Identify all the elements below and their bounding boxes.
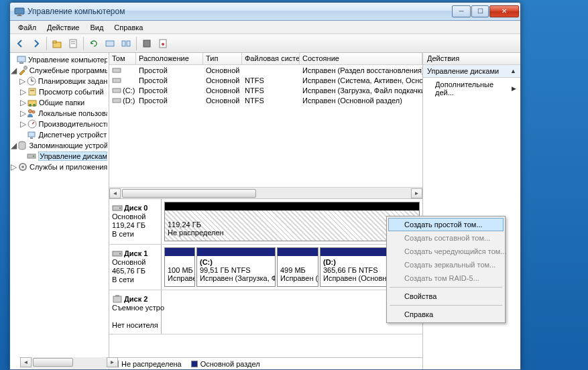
- col-volume[interactable]: Том: [109, 53, 136, 64]
- disk-0-row[interactable]: Диск 0 Основной119,24 ГБВ сети 119,24 ГБ…: [109, 199, 422, 245]
- volume-row[interactable]: Простой Основной NTFS Исправен (Система,…: [109, 75, 422, 85]
- clock-icon: [26, 76, 37, 86]
- tools-icon: [17, 65, 28, 76]
- tree-performance[interactable]: ▷Производительность: [10, 119, 109, 129]
- tree-event-viewer[interactable]: ▷Просмотр событий: [10, 86, 109, 97]
- menu-view[interactable]: Вид: [84, 22, 109, 33]
- legend-label: Не распределена: [121, 360, 182, 368]
- disk-1-row[interactable]: Диск 1 Основной465,76 ГБВ сети 100 МБ NИ…: [109, 245, 422, 290]
- tree-shared-folders[interactable]: ▷Общие папки: [10, 97, 109, 108]
- tree-device-mgr[interactable]: Диспетчер устройств: [10, 129, 109, 140]
- menu-action[interactable]: Действие: [42, 22, 84, 33]
- svg-rect-8: [106, 41, 114, 46]
- disk-0-info[interactable]: Диск 0 Основной119,24 ГБВ сети: [109, 199, 162, 244]
- menu-file[interactable]: Файл: [13, 22, 42, 33]
- ctx-help[interactable]: Справка: [388, 308, 504, 321]
- ctx-create-striped-volume: Создать чередующийся том...: [388, 245, 504, 258]
- drive-icon: [112, 97, 121, 105]
- disk-1-info[interactable]: Диск 1 Основной465,76 ГБВ сети: [109, 245, 162, 290]
- svg-rect-11: [143, 40, 150, 47]
- tree-services[interactable]: ▷Службы и приложения: [10, 162, 109, 172]
- volume-row[interactable]: (D:) Простой Основной NTFS Исправен (Осн…: [109, 95, 422, 105]
- svg-rect-43: [113, 296, 121, 302]
- folder-share-icon: [27, 97, 38, 108]
- refresh-button[interactable]: [86, 36, 101, 51]
- disk-icon: [26, 151, 37, 162]
- disk-2-info[interactable]: Диск 2 Съемное устро Нет носителя: [109, 290, 162, 334]
- tree-task-scheduler[interactable]: ▷Планировщик заданий: [10, 76, 109, 86]
- window-title: Управление компьютером: [27, 7, 451, 16]
- maximize-button[interactable]: ☐: [471, 5, 489, 17]
- volume-row[interactable]: (C:) Простой Основной NTFS Исправен (Заг…: [109, 85, 422, 95]
- tree-system-tools[interactable]: ◢Служебные программы: [10, 65, 109, 76]
- volume-list[interactable]: Том Расположение Тип Файловая система Со…: [109, 53, 422, 199]
- drive-icon: [112, 76, 121, 84]
- disk-0-unallocated[interactable]: 119,24 ГБНе распределен: [164, 202, 420, 241]
- disk-2-row[interactable]: Диск 2 Съемное устро Нет носителя: [109, 290, 422, 334]
- disk-icon: [112, 203, 123, 212]
- up-button[interactable]: [50, 36, 64, 51]
- col-type[interactable]: Тип: [203, 53, 242, 64]
- volume-row[interactable]: Простой Основной Исправен (Раздел восста…: [109, 65, 422, 75]
- services-icon: [17, 162, 28, 172]
- scroll-right-button[interactable]: ►: [107, 357, 118, 367]
- tree-root[interactable]: Управление компьютером (л: [10, 54, 109, 65]
- svg-rect-20: [29, 88, 36, 95]
- storage-icon: [17, 140, 27, 151]
- svg-point-25: [29, 110, 32, 113]
- tree-hscroll[interactable]: ◄ ►: [20, 357, 118, 369]
- ctx-separator: [390, 305, 502, 306]
- context-menu[interactable]: Создать простой том... Создать составной…: [386, 216, 506, 323]
- scroll-left-button[interactable]: ◄: [20, 357, 32, 367]
- toolbar: [10, 34, 520, 53]
- tree-disk-mgmt[interactable]: Управление дисками: [10, 151, 109, 162]
- svg-point-32: [33, 156, 34, 157]
- svg-rect-37: [113, 88, 121, 92]
- back-button[interactable]: [13, 36, 27, 51]
- svg-rect-36: [113, 78, 121, 82]
- svg-rect-44: [115, 295, 119, 297]
- col-status[interactable]: Состояние: [300, 53, 422, 64]
- properties-button[interactable]: [66, 36, 80, 51]
- svg-rect-9: [122, 41, 125, 46]
- minimize-button[interactable]: ─: [452, 5, 471, 17]
- users-icon: [26, 108, 37, 119]
- tree-local-users[interactable]: ▷Локальные пользоват: [10, 108, 109, 119]
- col-fs[interactable]: Файловая система: [242, 53, 300, 64]
- disk-1-part-2[interactable]: 499 МБИсправен (Р: [277, 247, 318, 287]
- event-icon: [27, 86, 38, 97]
- disk-1-part-0[interactable]: 100 МБ NИсправе: [164, 247, 195, 287]
- desktop: Управление компьютером ─ ☐ ✕ Файл Действ…: [0, 0, 588, 370]
- svg-point-26: [32, 111, 35, 113]
- disk-1-part-c[interactable]: (C:)99,51 ГБ NTFSИсправен (Загрузка, Фай: [196, 247, 276, 287]
- help-toolbar-button[interactable]: [156, 36, 170, 51]
- ctx-properties[interactable]: Свойства: [388, 290, 504, 303]
- navigation-tree[interactable]: Управление компьютером (л ◢Служебные про…: [10, 53, 109, 369]
- svg-point-23: [29, 104, 32, 107]
- volume-hscroll[interactable]: ◄ ►: [109, 187, 422, 198]
- tree-storage[interactable]: ◢Запоминающие устройс: [10, 140, 109, 151]
- main-pane: Том Расположение Тип Файловая система Со…: [109, 53, 423, 369]
- forward-button[interactable]: [29, 36, 44, 51]
- svg-rect-2: [17, 15, 22, 16]
- svg-rect-10: [127, 41, 130, 46]
- scroll-left-button[interactable]: ◄: [109, 188, 121, 198]
- toolbar-button-1[interactable]: [103, 36, 117, 51]
- svg-rect-15: [19, 62, 23, 64]
- titlebar[interactable]: Управление компьютером ─ ☐ ✕: [10, 3, 520, 21]
- toolbar-button-2[interactable]: [119, 36, 133, 51]
- svg-rect-35: [113, 68, 121, 72]
- device-icon: [26, 129, 37, 140]
- svg-rect-4: [53, 41, 56, 43]
- actions-disk-mgmt[interactable]: Управление дисками▲: [423, 65, 520, 78]
- volume-list-header[interactable]: Том Расположение Тип Файловая система Со…: [109, 53, 422, 65]
- scroll-right-button[interactable]: ►: [411, 188, 422, 198]
- settings-button[interactable]: [139, 36, 154, 51]
- menu-help[interactable]: Справка: [109, 22, 148, 33]
- disk-graphical-view[interactable]: Диск 0 Основной119,24 ГБВ сети 119,24 ГБ…: [109, 199, 422, 357]
- close-button[interactable]: ✕: [489, 5, 519, 17]
- col-layout[interactable]: Расположение: [136, 53, 203, 64]
- ctx-create-simple-volume[interactable]: Создать простой том...: [388, 218, 504, 231]
- svg-point-42: [119, 253, 121, 255]
- actions-more[interactable]: Дополнительные дей...▶: [423, 78, 520, 99]
